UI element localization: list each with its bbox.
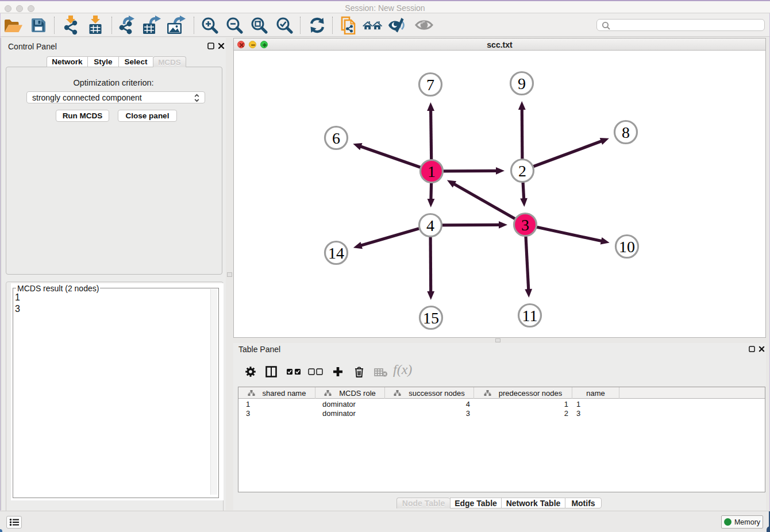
svg-text:4: 4 [426, 217, 434, 234]
svg-text:1: 1 [428, 163, 436, 180]
svg-text:9: 9 [518, 75, 526, 92]
svg-text:3: 3 [521, 216, 529, 234]
svg-text:2: 2 [518, 162, 526, 180]
svg-text:8: 8 [622, 124, 630, 141]
svg-text:10: 10 [619, 238, 635, 256]
svg-text:14: 14 [328, 244, 344, 262]
svg-text:11: 11 [522, 307, 538, 325]
svg-text:6: 6 [332, 129, 340, 147]
svg-text:7: 7 [426, 76, 434, 94]
svg-text:15: 15 [423, 309, 439, 327]
